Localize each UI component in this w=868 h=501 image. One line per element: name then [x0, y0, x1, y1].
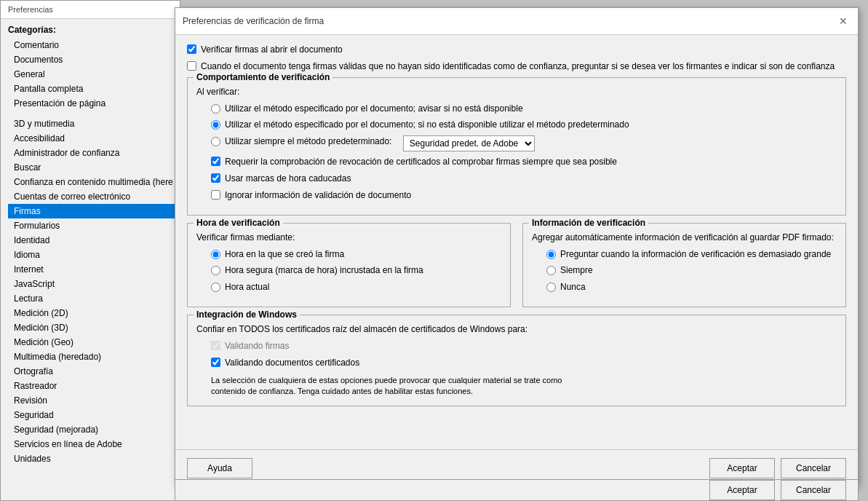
radio-metodo-predeterminado[interactable]	[211, 120, 220, 130]
close-button[interactable]: ✕	[836, 14, 851, 28]
check-ignorar-validacion-row: Ignorar información de validación de doc…	[211, 189, 837, 202]
col-hora-subtitle: Verificar firmas mediante:	[196, 232, 501, 242]
bottom-cancel-button[interactable]: Cancelar	[781, 480, 846, 500]
category-item-5[interactable]: 3D y mutimedia	[8, 117, 180, 131]
footer-right: Aceptar Cancelar	[709, 458, 846, 478]
category-item-8[interactable]: Buscar	[8, 160, 180, 175]
category-item-16[interactable]: JavaScript	[8, 277, 180, 291]
category-item-4[interactable]: Presentación de página	[8, 96, 180, 111]
check-ignorar-validacion[interactable]	[211, 190, 220, 200]
category-item-3[interactable]: Pantalla completa	[8, 82, 180, 96]
radio-hora-segura-label: Hora segura (marca de hora) incrustada e…	[225, 264, 423, 277]
check-ask-signers-label: Cuando el documento tenga firmas válidas…	[201, 60, 835, 73]
group-windows-title: Integración de Windows	[194, 309, 300, 320]
radio-info-siempre-row: Siempre	[546, 264, 837, 277]
col-hora-title: Hora de verificación	[194, 218, 283, 228]
category-item-25[interactable]: Seguridad	[8, 408, 180, 422]
radio-hora-creacion-label: Hora en la que se creó la firma	[225, 248, 344, 261]
category-item-13[interactable]: Identidad	[8, 233, 180, 248]
radio-info-nunca[interactable]	[546, 283, 556, 292]
windows-warning-text: La selección de cualquiera de estas opci…	[211, 375, 837, 398]
radio-hora-actual[interactable]	[211, 283, 220, 292]
col-info: Información de verificación Agregar auto…	[522, 223, 846, 307]
category-item-1[interactable]: Documentos	[8, 52, 180, 67]
category-item-2[interactable]: General	[8, 67, 180, 82]
metodo-dropdown[interactable]: Seguridad predet. de Adobe	[403, 135, 535, 151]
group-windows: Integración de Windows Confiar en TODOS …	[187, 315, 846, 406]
check-verify-on-open[interactable]	[187, 44, 196, 54]
group-windows-subtitle: Confiar en TODOS los certificados raíz d…	[196, 324, 837, 334]
two-col-section: Hora de verificación Verificar firmas me…	[187, 223, 846, 307]
radio-metodo-siempre-label: Utilizar siempre el método predeterminad…	[225, 135, 391, 148]
category-item-22[interactable]: Ortografía	[8, 364, 180, 379]
check-verify-on-open-row: Verificar firmas al abrir el documento	[187, 44, 846, 56]
check-marcas-hora[interactable]	[211, 173, 220, 183]
category-item-23[interactable]: Rastreador	[8, 379, 180, 393]
group-comportamiento-subtitle: Al verificar:	[196, 87, 837, 97]
dialog-content: Verificar firmas al abrir el documento C…	[175, 35, 858, 454]
radio-info-siempre[interactable]	[546, 266, 556, 275]
check-validando-certificados[interactable]	[211, 358, 220, 367]
categories-label: Categorías:	[1, 19, 180, 38]
bottom-accept-button[interactable]: Aceptar	[709, 480, 775, 500]
help-button[interactable]: Ayuda	[187, 458, 252, 478]
accept-button[interactable]: Aceptar	[709, 458, 775, 478]
radio-hora-actual-row: Hora actual	[211, 281, 501, 293]
check-validando-firmas[interactable]	[211, 341, 220, 350]
category-item-21[interactable]: Multimedia (heredado)	[8, 350, 180, 364]
radio-hora-segura-row: Hora segura (marca de hora) incrustada e…	[211, 264, 501, 277]
check-ask-signers[interactable]	[187, 61, 196, 71]
radio-metodo-avisar-label: Utilizar el método especificado por el d…	[225, 103, 523, 115]
check-ask-signers-row: Cuando el documento tenga firmas válidas…	[187, 60, 846, 73]
category-item-15[interactable]: Internet	[8, 262, 180, 277]
col-info-subtitle: Agregar automáticamente información de v…	[532, 232, 837, 242]
category-list: ComentarioDocumentosGeneralPantalla comp…	[1, 38, 180, 466]
category-item-28[interactable]: Unidades	[8, 451, 180, 466]
check-verify-on-open-label: Verificar firmas al abrir el documento	[201, 44, 343, 56]
check-marcas-hora-label: Usar marcas de hora caducadas	[225, 173, 351, 185]
radio-metodo-avisar[interactable]	[211, 104, 220, 114]
col-hora: Hora de verificación Verificar firmas me…	[187, 223, 511, 307]
radio-metodo-predeterminado-label: Utilizar el método especificado por el d…	[225, 119, 629, 131]
radio-metodo-avisar-row: Utilizar el método especificado por el d…	[211, 103, 837, 115]
category-item-6[interactable]: Accesibilidad	[8, 131, 180, 146]
check-validando-certificados-row: Validando documentos certificados	[211, 357, 837, 369]
group-comportamiento: Comportamiento de verificación Al verifi…	[187, 77, 846, 216]
radio-hora-actual-label: Hora actual	[225, 281, 269, 293]
cancel-button[interactable]: Cancelar	[781, 458, 846, 478]
category-item-10[interactable]: Cuentas de correo electrónico	[8, 189, 180, 204]
check-validando-certificados-label: Validando documentos certificados	[225, 357, 359, 369]
check-revocacion-label: Requerir la comprobación de revocación d…	[225, 156, 617, 168]
radio-hora-creacion[interactable]	[211, 250, 220, 259]
category-item-17[interactable]: Lectura	[8, 291, 180, 306]
radio-metodo-siempre[interactable]	[211, 137, 220, 146]
category-item-27[interactable]: Servicios en línea de Adobe	[8, 437, 180, 451]
category-item-24[interactable]: Revisión	[8, 393, 180, 408]
bg-preferences-window: Preferencias Categorías: ComentarioDocum…	[0, 0, 180, 501]
main-dialog: Preferencias de verificación de firma ✕ …	[175, 7, 859, 486]
dialog-title: Preferencias de verificación de firma	[183, 16, 324, 26]
radio-info-nunca-label: Nunca	[560, 281, 586, 293]
category-item-7[interactable]: Administrador de confianza	[8, 146, 180, 160]
radio-info-preguntar-label: Preguntar cuando la información de verif…	[560, 248, 831, 261]
check-validando-firmas-label: Validando firmas	[225, 340, 290, 352]
category-item-19[interactable]: Medición (3D)	[8, 320, 180, 335]
radio-metodo-predeterminado-row: Utilizar el método especificado por el d…	[211, 119, 837, 131]
category-item-18[interactable]: Medición (2D)	[8, 306, 180, 320]
category-item-26[interactable]: Seguridad (mejorada)	[8, 422, 180, 437]
radio-hora-creacion-row: Hora en la que se creó la firma	[211, 248, 501, 261]
radio-info-preguntar-row: Preguntar cuando la información de verif…	[546, 248, 837, 261]
category-item-9[interactable]: Confianza en contenido multimedia (here	[8, 175, 180, 189]
category-item-11[interactable]: Firmas	[8, 204, 180, 218]
check-revocacion[interactable]	[211, 157, 220, 166]
check-validando-firmas-row: Validando firmas	[211, 340, 837, 352]
category-item-14[interactable]: Idioma	[8, 248, 180, 262]
category-item-12[interactable]: Formularios	[8, 218, 180, 233]
col-info-title: Información de verificación	[529, 218, 648, 228]
category-item-20[interactable]: Medición (Geo)	[8, 335, 180, 350]
category-item-0[interactable]: Comentario	[8, 38, 180, 52]
dialog-title-bar: Preferencias de verificación de firma ✕	[175, 8, 858, 35]
radio-info-preguntar[interactable]	[546, 250, 556, 259]
radio-metodo-siempre-row: Utilizar siempre el método predeterminad…	[211, 135, 837, 151]
radio-hora-segura[interactable]	[211, 266, 220, 275]
